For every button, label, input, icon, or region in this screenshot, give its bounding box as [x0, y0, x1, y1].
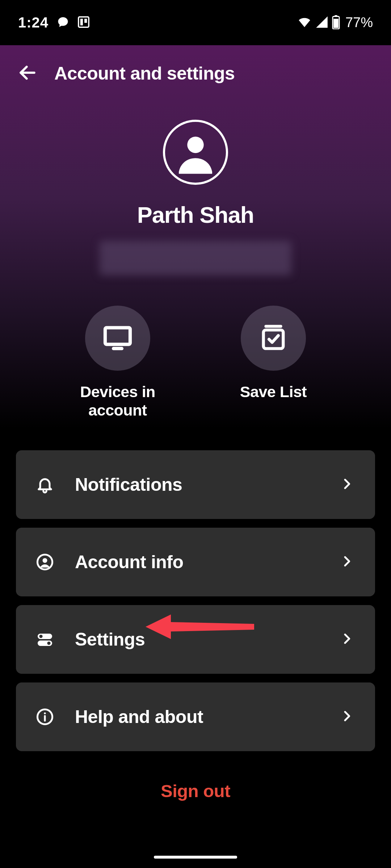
- profile-name: Parth Shah: [137, 202, 254, 228]
- sign-out-button[interactable]: Sign out: [0, 781, 391, 801]
- chevron-right-icon: [340, 631, 354, 647]
- nav-handle[interactable]: [154, 856, 237, 859]
- page-title: Account and settings: [54, 63, 235, 84]
- devices-in-account-button[interactable]: Devices in account: [71, 306, 165, 419]
- save-list-icon-circle: [241, 306, 306, 371]
- chevron-right-icon: [340, 477, 354, 493]
- profile-section: Parth Shah: [0, 95, 391, 275]
- user-circle-icon: [35, 553, 55, 571]
- save-list-icon: [258, 323, 288, 354]
- screen: 1:24 77% Account and: [0, 0, 391, 868]
- signal-icon: [315, 15, 329, 30]
- svg-point-17: [47, 642, 50, 645]
- header: Account and settings: [0, 45, 391, 95]
- menu-label: Help and about: [75, 706, 203, 727]
- svg-point-15: [39, 635, 42, 638]
- status-right: 77%: [297, 14, 373, 31]
- svg-rect-2: [84, 18, 87, 22]
- menu-label: Notifications: [75, 474, 182, 495]
- svg-point-20: [44, 712, 46, 714]
- chevron-right-icon: [340, 554, 354, 570]
- svg-rect-5: [333, 18, 338, 27]
- gradient-area: Account and settings Parth Shah Devices …: [0, 45, 391, 429]
- status-bar: 1:24 77%: [0, 0, 391, 45]
- svg-rect-0: [79, 17, 89, 27]
- menu-label: Settings: [75, 629, 145, 650]
- profile-email-blurred: [100, 241, 291, 275]
- menu-label: Account info: [75, 552, 184, 573]
- menu-list: Notifications Account info Settings: [0, 429, 391, 751]
- svg-rect-8: [105, 328, 130, 344]
- toggles-icon: [35, 631, 55, 648]
- bell-icon: [35, 475, 55, 494]
- battery-percentage: 77%: [345, 15, 373, 30]
- menu-item-settings[interactable]: Settings: [16, 605, 375, 674]
- svg-rect-1: [80, 18, 83, 25]
- menu-item-account-info[interactable]: Account info: [16, 528, 375, 596]
- avatar[interactable]: [163, 120, 228, 185]
- svg-rect-4: [335, 15, 337, 16]
- battery-icon: [332, 15, 340, 31]
- chat-bubble-icon: [56, 16, 70, 30]
- trello-icon: [77, 16, 90, 30]
- svg-point-7: [187, 137, 204, 153]
- devices-label: Devices in account: [71, 383, 165, 419]
- wifi-icon: [297, 14, 312, 31]
- save-list-button[interactable]: Save List: [226, 306, 320, 419]
- svg-point-13: [42, 558, 47, 563]
- status-left: 1:24: [18, 14, 90, 31]
- status-time: 1:24: [18, 14, 49, 31]
- save-list-label: Save List: [240, 383, 307, 401]
- tv-monitor-icon: [101, 321, 134, 356]
- back-arrow-icon[interactable]: [17, 63, 38, 84]
- info-circle-icon: [35, 707, 55, 726]
- chevron-right-icon: [340, 709, 354, 725]
- menu-item-help-about[interactable]: Help and about: [16, 682, 375, 751]
- quick-actions: Devices in account Save List: [0, 306, 391, 419]
- menu-item-notifications[interactable]: Notifications: [16, 450, 375, 519]
- devices-icon-circle: [85, 306, 150, 371]
